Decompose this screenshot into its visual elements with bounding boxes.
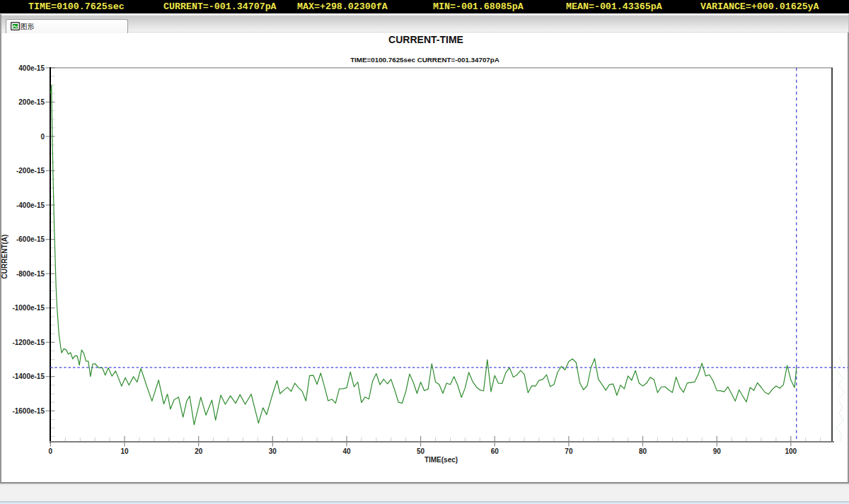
svg-text:CURRENT(A): CURRENT(A) [1, 235, 8, 279]
svg-text:10: 10 [120, 447, 129, 455]
svg-text:40: 40 [342, 447, 351, 455]
svg-text:-1600e-15: -1600e-15 [12, 407, 45, 415]
svg-text:30: 30 [269, 447, 277, 455]
svg-text:-600e-15: -600e-15 [16, 235, 45, 243]
svg-text:60: 60 [491, 447, 499, 455]
svg-text:-1000e-15: -1000e-15 [12, 304, 45, 312]
svg-text:-800e-15: -800e-15 [16, 270, 45, 278]
svg-text:0: 0 [40, 133, 45, 141]
svg-text:70: 70 [565, 447, 573, 455]
svg-text:-1400e-15: -1400e-15 [12, 373, 45, 380]
svg-text:-400e-15: -400e-15 [16, 201, 45, 209]
svg-text:TIME(sec): TIME(sec) [424, 456, 458, 464]
svg-text:200e-15: 200e-15 [18, 98, 45, 106]
svg-text:400e-15: 400e-15 [18, 64, 45, 72]
svg-text:90: 90 [713, 447, 722, 455]
svg-text:0: 0 [49, 447, 53, 455]
svg-text:80: 80 [639, 447, 647, 455]
svg-text:100: 100 [785, 447, 797, 455]
svg-text:20: 20 [195, 447, 203, 455]
svg-text:50: 50 [417, 447, 425, 455]
svg-text:-1200e-15: -1200e-15 [12, 339, 45, 346]
svg-text:-200e-15: -200e-15 [16, 167, 45, 175]
